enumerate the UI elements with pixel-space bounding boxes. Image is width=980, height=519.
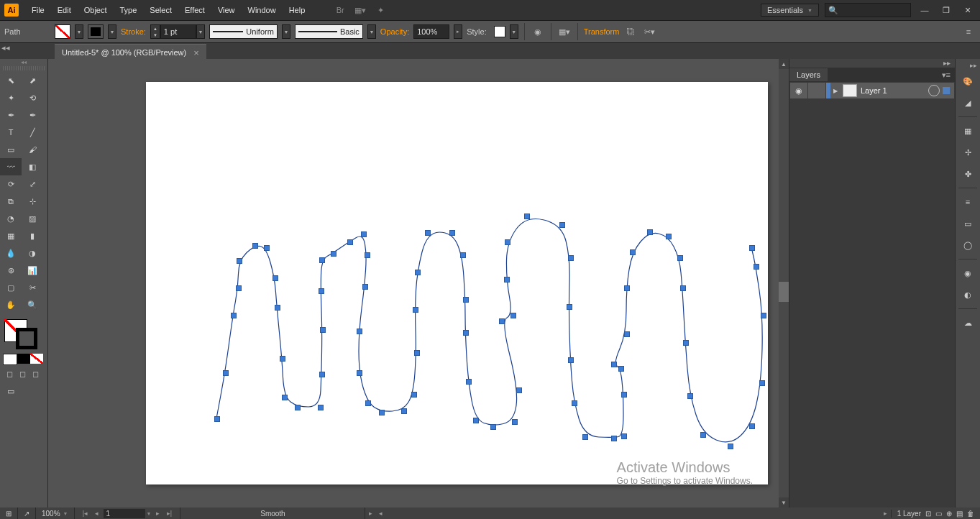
- anchor-point[interactable]: [618, 366, 624, 372]
- anchor-point[interactable]: [365, 252, 370, 258]
- anchor-point[interactable]: [252, 243, 258, 249]
- anchor-point[interactable]: [512, 419, 518, 425]
- menu-select[interactable]: Select: [144, 3, 178, 17]
- zoom-tool[interactable]: 🔍: [22, 296, 43, 313]
- anchor-point[interactable]: [567, 304, 572, 310]
- anchor-point[interactable]: [759, 380, 765, 386]
- blend-tool[interactable]: ◑: [22, 244, 43, 262]
- last-artboard-icon[interactable]: ▸|: [164, 508, 174, 518]
- graphic-style-swatch[interactable]: [494, 26, 505, 37]
- rightbar-collapse-icon[interactable]: ▸▸: [970, 62, 980, 69]
- anchor-point[interactable]: [295, 405, 301, 410]
- gradient-mode-icon[interactable]: [17, 354, 30, 364]
- pen-tool[interactable]: ✒: [0, 106, 22, 124]
- anchor-point[interactable]: [319, 257, 325, 263]
- anchor-point[interactable]: [516, 387, 522, 393]
- anchor-point[interactable]: [677, 255, 683, 261]
- vertical-scrollbar-track[interactable]: [779, 69, 789, 497]
- minimize-button[interactable]: —: [917, 5, 933, 15]
- anchor-point[interactable]: [568, 357, 574, 363]
- anchor-point[interactable]: [624, 285, 630, 291]
- brushes-panel-icon[interactable]: ✢: [958, 143, 977, 162]
- status-icon-2[interactable]: ↗: [18, 507, 36, 519]
- anchor-point[interactable]: [318, 405, 324, 410]
- type-tool[interactable]: T: [0, 124, 22, 141]
- paintbrush-tool[interactable]: 🖌: [22, 141, 43, 158]
- menu-edit[interactable]: Edit: [52, 3, 77, 17]
- anchor-point[interactable]: [331, 251, 336, 257]
- search-input[interactable]: 🔍: [825, 3, 911, 17]
- selection-tool[interactable]: ⬉: [0, 72, 22, 89]
- eraser-tool[interactable]: ◧: [22, 158, 43, 175]
- recolor-artwork-icon[interactable]: ◉: [531, 24, 545, 39]
- menu-help[interactable]: Help: [283, 3, 311, 17]
- draw-behind-icon[interactable]: ◻: [16, 368, 29, 380]
- status-scroll-right-icon[interactable]: ▸: [365, 508, 375, 518]
- line-segment-tool[interactable]: ╱: [22, 124, 43, 141]
- layer-expand-icon[interactable]: ▶: [830, 88, 841, 94]
- stroke-weight-input[interactable]: 1 pt: [160, 24, 196, 39]
- layers-tab[interactable]: Layers: [789, 68, 828, 81]
- anchor-point[interactable]: [611, 436, 617, 441]
- anchor-point[interactable]: [223, 370, 229, 376]
- symbols-panel-icon[interactable]: ✤: [958, 165, 977, 183]
- anchor-point[interactable]: [754, 264, 759, 270]
- anchor-point[interactable]: [357, 370, 362, 376]
- perspective-grid-tool[interactable]: ▨: [22, 210, 43, 227]
- artboard-tool[interactable]: ▢: [0, 279, 22, 296]
- anchor-point[interactable]: [275, 305, 280, 311]
- draw-normal-icon[interactable]: ◻: [3, 368, 16, 380]
- scroll-up-icon[interactable]: ▲: [779, 59, 789, 69]
- artboard-number-input[interactable]: 1: [104, 509, 145, 518]
- current-tool-display[interactable]: Smooth: [180, 507, 365, 519]
- anchor-point[interactable]: [666, 234, 672, 239]
- gradient-tool[interactable]: ▮: [22, 227, 43, 244]
- libraries-panel-icon[interactable]: ☁: [958, 313, 977, 332]
- stroke-dropdown[interactable]: ▼: [108, 24, 116, 39]
- artboard[interactable]: [146, 82, 768, 484]
- anchor-point[interactable]: [749, 245, 755, 251]
- opacity-dropdown[interactable]: ▸: [454, 24, 462, 39]
- anchor-point[interactable]: [463, 330, 469, 336]
- anchor-point[interactable]: [630, 249, 636, 255]
- anchor-point[interactable]: [362, 284, 368, 290]
- anchor-point[interactable]: [611, 362, 617, 367]
- anchor-point[interactable]: [687, 393, 693, 399]
- rectangle-tool[interactable]: ▭: [0, 141, 22, 158]
- status-icon-1[interactable]: ⊞: [0, 507, 18, 519]
- menu-file[interactable]: File: [26, 3, 50, 17]
- lasso-tool[interactable]: ⟲: [22, 89, 43, 106]
- status-scroll-left-end-icon[interactable]: ◂: [375, 508, 385, 518]
- menu-window[interactable]: Window: [242, 3, 282, 17]
- zoom-level[interactable]: 100% ▼: [36, 507, 75, 519]
- symbol-sprayer-tool[interactable]: ⊛: [0, 262, 22, 279]
- anchor-point[interactable]: [647, 229, 653, 235]
- layer-row[interactable]: ◉ ▶ Layer 1: [789, 82, 955, 99]
- control-menu-icon[interactable]: ≡: [961, 24, 976, 39]
- draw-inside-icon[interactable]: ◻: [29, 368, 42, 380]
- screen-mode-icon[interactable]: ▭: [0, 382, 22, 400]
- target-icon[interactable]: [928, 85, 940, 96]
- anchor-point[interactable]: [499, 318, 505, 324]
- fill-dropdown[interactable]: ▼: [75, 24, 83, 39]
- anchor-point[interactable]: [510, 313, 516, 318]
- prev-artboard-icon[interactable]: ◂: [92, 508, 102, 518]
- curvature-tool[interactable]: ✒: [22, 106, 43, 124]
- stroke-swatch[interactable]: [88, 24, 104, 39]
- anchor-point[interactable]: [425, 230, 431, 236]
- align-icon[interactable]: ▦▾: [557, 24, 572, 39]
- new-layer-icon[interactable]: ▤: [956, 510, 963, 518]
- anchor-point[interactable]: [683, 340, 689, 346]
- anchor-point[interactable]: [621, 392, 627, 398]
- panel-menu-icon[interactable]: ▾≡: [938, 70, 955, 80]
- opacity-input[interactable]: 100%: [413, 24, 449, 39]
- isolate-icon[interactable]: ⿻: [623, 24, 638, 39]
- style-dropdown[interactable]: ▼: [510, 24, 518, 39]
- anchor-point[interactable]: [237, 258, 242, 264]
- restore-button[interactable]: ❐: [938, 5, 954, 15]
- color-mode-icon[interactable]: [3, 354, 17, 365]
- anchor-point[interactable]: [621, 433, 627, 439]
- stroke-panel-icon[interactable]: ≡: [958, 193, 977, 211]
- stroke-weight-dropdown[interactable]: ▼: [196, 24, 205, 39]
- anchor-point[interactable]: [490, 424, 496, 430]
